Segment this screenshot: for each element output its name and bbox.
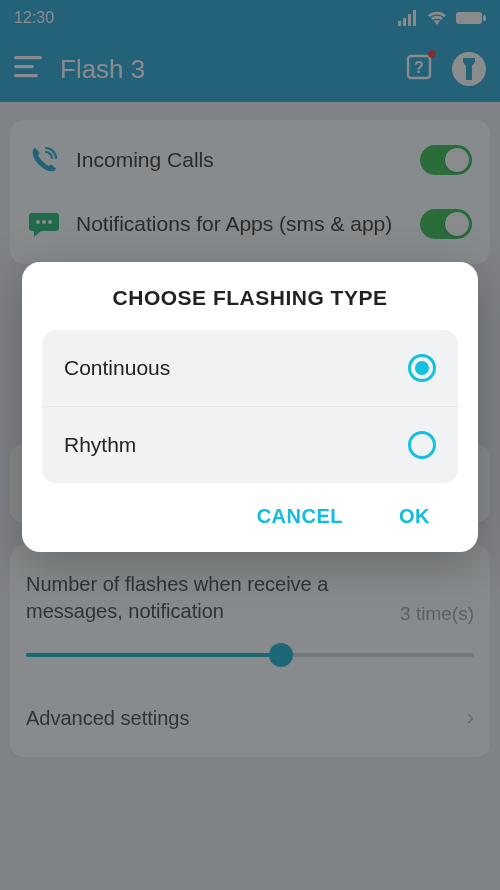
flashing-type-dialog: CHOOSE FLASHING TYPE Continuous Rhythm C… xyxy=(22,262,478,552)
radio-continuous[interactable] xyxy=(408,354,436,382)
radio-rhythm[interactable] xyxy=(408,431,436,459)
dialog-actions: CANCEL OK xyxy=(42,483,458,538)
option-continuous[interactable]: Continuous xyxy=(42,330,458,406)
cancel-button[interactable]: CANCEL xyxy=(257,505,343,528)
option-label: Continuous xyxy=(64,356,408,380)
ok-button[interactable]: OK xyxy=(399,505,430,528)
dialog-options: Continuous Rhythm xyxy=(42,330,458,483)
option-label: Rhythm xyxy=(64,433,408,457)
dialog-title: CHOOSE FLASHING TYPE xyxy=(42,286,458,310)
option-rhythm[interactable]: Rhythm xyxy=(42,406,458,483)
